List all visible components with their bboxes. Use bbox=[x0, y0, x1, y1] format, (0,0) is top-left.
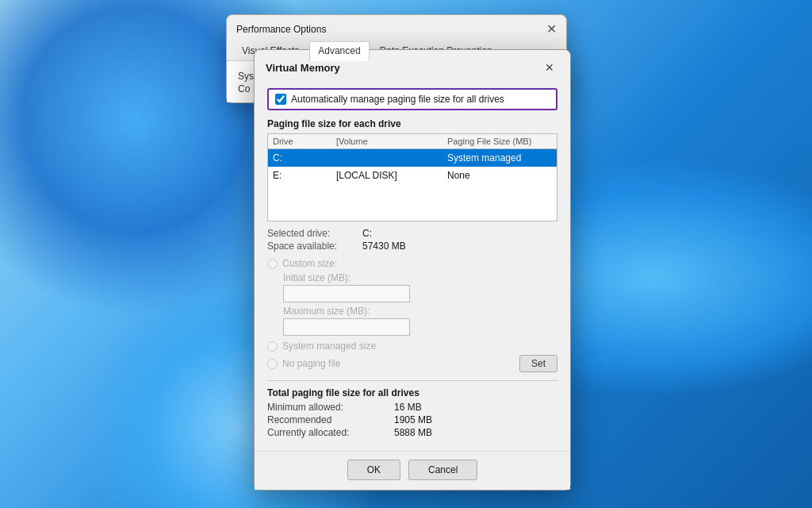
total-section: Total paging file size for all drives Mi… bbox=[267, 380, 557, 438]
col-drive: Drive bbox=[273, 137, 336, 146]
initial-size-label: Initial size (MB): bbox=[283, 272, 557, 283]
auto-manage-checkbox-row[interactable]: Automatically manage paging file size fo… bbox=[267, 88, 557, 110]
perf-options-titlebar: Performance Options ✕ bbox=[227, 15, 566, 41]
total-section-title: Total paging file size for all drives bbox=[267, 387, 557, 398]
selected-drive-row: Selected drive: C: bbox=[267, 228, 557, 239]
drive-row-c[interactable]: C: System managed bbox=[268, 149, 557, 167]
recommended-row: Recommended 1905 MB bbox=[267, 414, 557, 425]
vm-body: Automatically manage paging file size fo… bbox=[255, 83, 570, 451]
drive-c-letter: C: bbox=[273, 152, 336, 164]
perf-close-icon[interactable]: ✕ bbox=[546, 21, 557, 37]
drive-e-volume: [LOCAL DISK] bbox=[336, 170, 447, 181]
drive-e-letter: E: bbox=[273, 170, 336, 181]
currently-allocated-row: Currently allocated: 5888 MB bbox=[267, 427, 557, 438]
vm-titlebar: Virtual Memory ✕ bbox=[255, 50, 570, 83]
vm-close-button[interactable]: ✕ bbox=[540, 58, 559, 77]
minimum-allowed-row: Minimum allowed: 16 MB bbox=[267, 402, 557, 413]
tab-advanced[interactable]: Advanced bbox=[309, 41, 369, 61]
paging-section-title: Paging file size for each drive bbox=[267, 118, 557, 129]
recommended-label: Recommended bbox=[267, 414, 394, 425]
drive-table-header: Drive [Volume Paging File Size (MB) bbox=[268, 134, 557, 149]
drive-c-paging: System managed bbox=[447, 152, 552, 164]
custom-size-radio-row: Custom size: bbox=[267, 258, 557, 269]
virtual-memory-dialog: Virtual Memory ✕ Automatically manage pa… bbox=[254, 49, 571, 491]
col-volume: [Volume bbox=[336, 137, 447, 146]
system-managed-radio[interactable] bbox=[267, 341, 278, 352]
no-paging-set-row: No paging file Set bbox=[267, 355, 557, 372]
currently-allocated-label: Currently allocated: bbox=[267, 427, 394, 438]
drive-e-paging: None bbox=[447, 170, 552, 181]
radio-section: Custom size: Initial size (MB): Maximum … bbox=[267, 258, 557, 372]
no-paging-radio-row: No paging file bbox=[267, 358, 340, 369]
dialog-footer: OK Cancel bbox=[255, 451, 570, 490]
set-button[interactable]: Set bbox=[519, 355, 557, 372]
custom-size-radio[interactable] bbox=[267, 259, 278, 269]
auto-manage-label: Automatically manage paging file size fo… bbox=[291, 94, 504, 105]
ok-button[interactable]: OK bbox=[347, 460, 400, 480]
vm-dialog-title: Virtual Memory bbox=[266, 62, 340, 74]
drive-row-e[interactable]: E: [LOCAL DISK] None bbox=[268, 167, 557, 184]
perf-options-title: Performance Options bbox=[236, 24, 326, 35]
drive-table-container: Drive [Volume Paging File Size (MB) C: S… bbox=[267, 133, 557, 221]
selected-drive-label: Selected drive: bbox=[267, 228, 362, 239]
no-paging-radio[interactable] bbox=[267, 359, 278, 369]
cancel-button[interactable]: Cancel bbox=[408, 460, 477, 480]
initial-size-input[interactable] bbox=[283, 285, 410, 302]
maximum-size-label: Maximum size (MB): bbox=[283, 306, 557, 317]
selected-drive-value: C: bbox=[362, 228, 372, 239]
maximum-size-input[interactable] bbox=[283, 318, 410, 336]
system-managed-radio-row: System managed size bbox=[267, 341, 557, 352]
minimum-allowed-label: Minimum allowed: bbox=[267, 402, 394, 413]
custom-size-label: Custom size: bbox=[282, 258, 337, 269]
space-available-label: Space available: bbox=[267, 241, 362, 252]
space-available-value: 57430 MB bbox=[362, 241, 406, 252]
recommended-value: 1905 MB bbox=[394, 414, 432, 425]
system-managed-label: System managed size bbox=[282, 341, 376, 352]
space-available-row: Space available: 57430 MB bbox=[267, 241, 557, 252]
auto-manage-checkbox[interactable] bbox=[275, 94, 286, 105]
col-paging-size: Paging File Size (MB) bbox=[447, 137, 552, 146]
minimum-allowed-value: 16 MB bbox=[394, 402, 422, 413]
currently-allocated-value: 5888 MB bbox=[394, 427, 432, 438]
drive-table-body: C: System managed E: [LOCAL DISK] None bbox=[268, 149, 557, 221]
no-paging-label: No paging file bbox=[282, 358, 340, 369]
